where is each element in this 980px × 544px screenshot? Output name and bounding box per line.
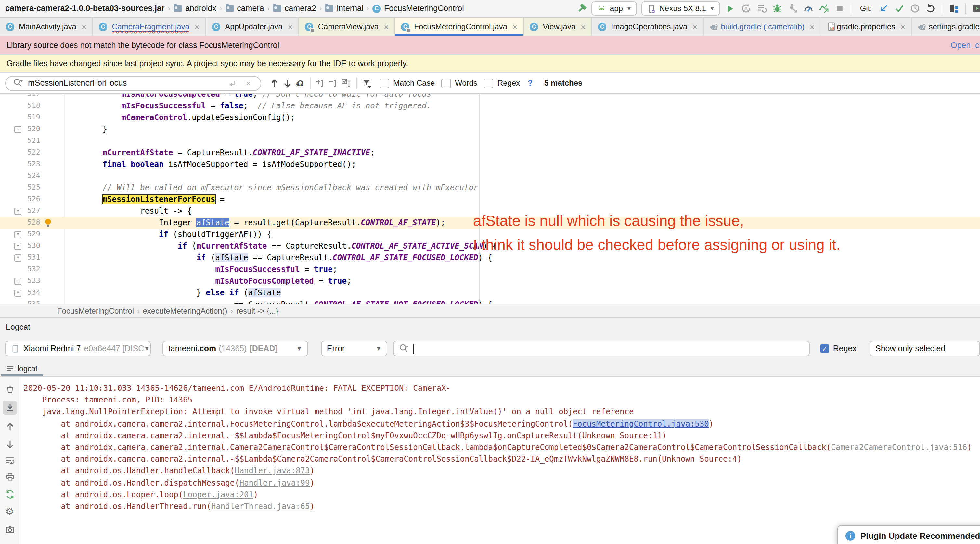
breadcrumb-item[interactable]: camera: [225, 4, 264, 13]
logcat-level-select[interactable]: Error ▼: [321, 341, 388, 356]
breadcrumb-item[interactable]: CFocusMeteringControl: [372, 4, 464, 13]
stack-frame-link[interactable]: FocusMeteringControl.java:530: [573, 419, 709, 428]
close-icon[interactable]: ×: [692, 22, 697, 32]
open-class-link[interactable]: Open .clas: [951, 41, 980, 50]
settings-gear-icon[interactable]: ⚙: [3, 504, 17, 519]
up-stack-trace-icon[interactable]: [3, 419, 17, 434]
close-icon[interactable]: ×: [195, 22, 199, 32]
apply-changes-icon[interactable]: A: [741, 3, 752, 14]
line-number: 532: [0, 263, 40, 275]
close-icon[interactable]: ×: [900, 22, 905, 32]
editor-breadcrumb-item[interactable]: executeMeteringAction(): [143, 306, 227, 316]
logcat-filter-select[interactable]: Show only selected: [870, 341, 980, 356]
fold-arrow-icon[interactable]: ▾: [14, 243, 21, 250]
close-icon[interactable]: ×: [288, 22, 293, 32]
history-clock-icon[interactable]: [909, 3, 920, 14]
breadcrumb-item[interactable]: internal: [325, 4, 364, 13]
screen-capture-icon[interactable]: [3, 522, 17, 536]
rollback-icon[interactable]: [925, 3, 936, 14]
code-editor[interactable]: 517 mIsAutoFocusCompleted = true; // Don…: [0, 94, 980, 304]
filter-icon[interactable]: [360, 77, 373, 90]
editor-breadcrumb-item[interactable]: FocusMeteringControl: [57, 306, 134, 316]
fold-arrow-icon[interactable]: ▾: [14, 290, 21, 297]
editor-breadcrumb-item[interactable]: result -> {...}: [236, 306, 278, 316]
tab-appupdater-java[interactable]: CAppUpdater.java×: [206, 17, 299, 36]
logcat-regex-checkbox[interactable]: ✓: [820, 344, 829, 353]
run-icon[interactable]: [725, 3, 736, 14]
logcat-device-select[interactable]: Xiaomi Redmi 7 e0a6e447 [DISC ▼: [5, 341, 151, 356]
tab-settings-gradle[interactable]: settings.gradle×: [912, 17, 980, 36]
words-checkbox[interactable]: [441, 78, 451, 88]
fold-arrow-icon[interactable]: ▾: [14, 231, 21, 238]
tab-mainactivity-java[interactable]: CMainActivity.java×: [0, 17, 93, 36]
logcat-line: java.lang.NullPointerException: Attempt …: [23, 406, 972, 418]
logcat-line: at android.os.Looper.loop(Looper.java:20…: [23, 489, 972, 501]
profile-icon[interactable]: [803, 3, 814, 14]
fold-region-icon[interactable]: -: [14, 126, 21, 133]
down-stack-trace-icon[interactable]: [3, 437, 17, 451]
breadcrumb-separator: ›: [267, 5, 270, 12]
target-device-select[interactable]: Nexus 5X 8.1 ▼: [642, 1, 721, 16]
tab-cameraview-java[interactable]: CCameraView.java×: [299, 17, 395, 36]
tab-imageoperations-java[interactable]: CImageOperations.java×: [592, 17, 704, 36]
fold-arrow-icon[interactable]: ▾: [14, 254, 21, 262]
breadcrumb-item[interactable]: camera-camera2-1.0.0-beta03-sources.jar: [5, 4, 165, 13]
run-configuration-select[interactable]: app ▼: [592, 1, 637, 16]
logcat-filter-label: Show only selected: [875, 344, 945, 353]
logcat-search-input[interactable]: [393, 341, 810, 356]
tab-camerafragment-java[interactable]: CCameraFragment.java×: [93, 17, 206, 36]
remove-occurrence-icon[interactable]: [327, 77, 340, 90]
next-occurrence-icon[interactable]: [281, 77, 294, 90]
folder-icon: [325, 5, 334, 12]
stop-icon[interactable]: [834, 3, 845, 14]
regex-checkbox[interactable]: [484, 78, 493, 88]
clear-search-icon[interactable]: ×: [242, 77, 255, 90]
git-update-icon[interactable]: [878, 3, 889, 14]
print-icon[interactable]: [3, 469, 17, 484]
find-query-text[interactable]: mSessionListenerForFocus: [28, 79, 222, 88]
plugin-update-popup[interactable]: i Plugin Update Recommended: [837, 525, 980, 544]
attach-debugger-icon[interactable]: [788, 3, 799, 14]
newline-icon[interactable]: [226, 77, 239, 90]
select-all-occurrences-icon[interactable]: [340, 77, 353, 90]
sync-changed-files-icon[interactable]: [756, 3, 767, 14]
previous-occurrence-icon[interactable]: [268, 77, 281, 90]
regex-help-link[interactable]: ?: [528, 79, 533, 88]
stack-frame-link[interactable]: Handler.java:99: [239, 478, 310, 487]
build-hammer-icon[interactable]: [576, 3, 587, 14]
find-input[interactable]: mSessionListenerForFocus ×: [5, 76, 261, 90]
stack-frame-link[interactable]: HandlerThread.java:65: [211, 502, 310, 511]
find-all-icon[interactable]: ΩALL: [294, 77, 307, 90]
breadcrumb-item[interactable]: androidx: [173, 4, 216, 13]
logcat-process-select[interactable]: tameeni.com (14365) [DEAD] ▼: [162, 341, 308, 356]
tab-view-java[interactable]: CView.java×: [524, 17, 592, 36]
stack-frame-link[interactable]: Camera2CameraControl.java:516: [831, 443, 967, 452]
tab-gradle-properties[interactable]: gradle.properties×: [821, 17, 912, 36]
scroll-to-end-icon[interactable]: [3, 401, 17, 415]
clear-logcat-icon[interactable]: [3, 382, 17, 396]
match-case-checkbox[interactable]: [380, 78, 389, 88]
close-icon[interactable]: ×: [81, 22, 86, 32]
tab-build-gradle-cameralib-[interactable]: build.gradle (:cameralib)×: [704, 17, 821, 36]
fold-region-icon[interactable]: -: [14, 278, 21, 285]
tab-focusmeteringcontrol-java[interactable]: CFocusMeteringControl.java×: [395, 17, 524, 36]
tab-logcat[interactable]: logcat: [0, 361, 44, 376]
close-icon[interactable]: ×: [581, 22, 585, 32]
close-icon[interactable]: ×: [512, 22, 517, 32]
stack-frame-link[interactable]: Looper.java:201: [183, 490, 253, 499]
fold-arrow-icon[interactable]: ▾: [14, 208, 21, 215]
soft-wrap-icon[interactable]: [3, 453, 17, 467]
stack-frame-link[interactable]: Handler.java:873: [235, 466, 310, 476]
project-structure-icon[interactable]: [948, 3, 959, 14]
add-occurrence-icon[interactable]: [314, 77, 327, 90]
restart-icon[interactable]: [3, 487, 17, 501]
close-icon[interactable]: ×: [810, 22, 815, 32]
breadcrumb-item[interactable]: camera2: [273, 4, 316, 13]
git-commit-icon[interactable]: [894, 3, 905, 14]
tab-label: settings.gradle: [929, 22, 979, 31]
attach-profiler-icon[interactable]: [819, 3, 830, 14]
tool-window-icon[interactable]: [972, 3, 980, 14]
close-icon[interactable]: ×: [384, 22, 389, 32]
debug-icon[interactable]: [772, 3, 783, 14]
search-icon[interactable]: [12, 77, 25, 90]
